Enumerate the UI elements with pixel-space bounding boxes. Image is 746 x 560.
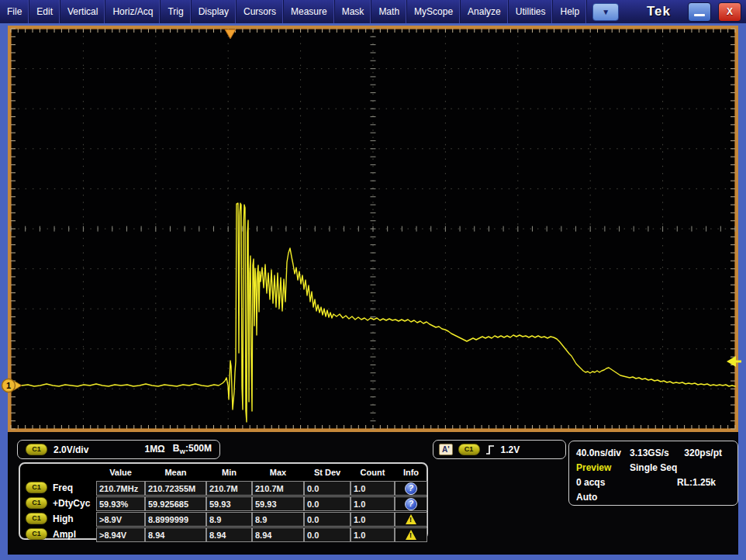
channel1-readout[interactable]: C1 2.0V/div 1MΩ BW:500M <box>17 440 220 459</box>
table-corner <box>21 465 96 480</box>
value-cell: >8.9V <box>96 512 145 527</box>
trigger-mode: Auto <box>576 492 597 503</box>
stdev-cell: 0.0 <box>304 527 351 542</box>
value-cell: >8.94V <box>96 527 145 542</box>
waveform-display[interactable] <box>8 26 738 432</box>
menu-item-file[interactable]: File <box>0 0 29 23</box>
menu-item-utilities[interactable]: Utilities <box>509 0 554 23</box>
record-length: RL:1.25k <box>677 477 716 488</box>
menu-item-trig[interactable]: Trig <box>161 0 191 23</box>
column-header-mean: Mean <box>145 465 206 480</box>
measurement-name: Freq <box>53 482 73 493</box>
menu-item-measure[interactable]: Measure <box>284 0 335 23</box>
menu-item-myscope[interactable]: MyScope <box>407 0 461 23</box>
column-header-st-dev: St Dev <box>304 465 351 480</box>
menu-item-edit[interactable]: Edit <box>29 0 60 23</box>
min-cell: 59.93 <box>206 496 252 511</box>
horizontal-acq-readout[interactable]: 40.0ns/div 3.13GS/s 320ps/pt Preview Sin… <box>568 441 738 506</box>
measurement-label: C1+DtyCyc <box>21 496 96 510</box>
measurement-label: C1Freq <box>21 480 96 495</box>
menu-item-cursors[interactable]: Cursors <box>237 0 284 23</box>
trigger-source-label: A' <box>439 444 453 455</box>
info-cell[interactable]: ? <box>395 481 427 496</box>
tek-logo: Tek <box>647 4 671 19</box>
menu-item-analyze[interactable]: Analyze <box>461 0 509 23</box>
minimize-icon <box>694 14 705 16</box>
value-cell: 210.7MHz <box>96 481 145 496</box>
value-cell: 59.93% <box>96 496 145 511</box>
max-cell: 8.9 <box>252 512 304 527</box>
menu-item-help[interactable]: Help <box>553 0 587 23</box>
info-cell[interactable]: ? <box>395 496 427 511</box>
menu-item-math[interactable]: Math <box>371 0 407 23</box>
menu-item-display[interactable]: Display <box>192 0 237 23</box>
stdev-cell: 0.0 <box>304 496 351 511</box>
resolution: 320ps/pt <box>684 448 722 458</box>
chevron-down-icon: ▼ <box>602 8 610 16</box>
menu-item-horiz-acq[interactable]: Horiz/Acq <box>105 0 161 23</box>
stdev-cell: 0.0 <box>304 512 351 527</box>
acquisition-count: 0 acqs <box>576 477 605 488</box>
rising-edge-icon <box>485 444 496 455</box>
input-settings: 1MΩ BW:500M <box>144 443 212 455</box>
trigger-channel-badge: C1 <box>458 444 480 455</box>
channel-badge: C1 <box>26 482 47 493</box>
mean-cell: 8.8999999 <box>145 512 206 527</box>
column-header-info: Info <box>395 465 427 480</box>
column-header-max: Max <box>252 465 304 480</box>
menu-item-mask[interactable]: Mask <box>335 0 372 23</box>
close-icon: X <box>727 6 733 17</box>
trigger-readout[interactable]: A' C1 1.2V <box>433 440 566 459</box>
mean-cell: 8.94 <box>145 527 206 542</box>
info-cell[interactable]: ! <box>395 512 427 527</box>
question-info-icon[interactable]: ? <box>405 498 417 510</box>
question-info-icon[interactable]: ? <box>405 482 417 495</box>
count-cell: 1.0 <box>351 512 395 527</box>
info-cell[interactable]: ! <box>395 527 427 542</box>
max-cell: 210.7M <box>252 481 304 496</box>
warning-icon[interactable]: ! <box>406 530 416 540</box>
vertical-scale: 2.0V/div <box>54 444 88 455</box>
channel-badge: C1 <box>26 497 47 509</box>
max-cell: 59.93 <box>252 496 304 511</box>
stdev-cell: 0.0 <box>304 481 351 496</box>
column-header-value: Value <box>96 465 145 480</box>
measurement-label: C1High <box>21 511 96 526</box>
count-cell: 1.0 <box>351 496 395 511</box>
sample-rate: 3.13GS/s <box>630 448 669 458</box>
mean-cell: 59.925685 <box>145 496 206 511</box>
menu-item-vertical[interactable]: Vertical <box>60 0 105 23</box>
mean-cell: 210.72355M <box>145 481 206 496</box>
warning-icon[interactable]: ! <box>406 514 416 524</box>
readout-panel: C1 2.0V/div 1MΩ BW:500M A' C1 1.2V 40.0n… <box>8 432 738 555</box>
count-cell: 1.0 <box>351 527 395 542</box>
measurement-table: ValueMeanMinMaxSt DevCountInfoC1Freq210.… <box>19 462 428 540</box>
measurement-name: Ampl <box>53 529 76 540</box>
time-per-div: 40.0ns/div <box>576 448 630 458</box>
trigger-level: 1.2V <box>501 444 520 455</box>
measurement-name: High <box>53 513 74 524</box>
channel-badge: C1 <box>26 528 47 540</box>
count-cell: 1.0 <box>351 481 395 496</box>
min-cell: 8.94 <box>206 527 252 542</box>
menu-overflow-button[interactable]: ▼ <box>592 3 619 21</box>
min-cell: 8.9 <box>206 512 252 527</box>
menu-bar: FileEditVerticalHoriz/AcqTrigDisplayCurs… <box>0 0 746 23</box>
channel1-badge: C1 <box>26 444 47 455</box>
impedance: 1MΩ <box>144 444 164 455</box>
bandwidth: BW:500M <box>173 443 212 455</box>
menu-items: FileEditVerticalHoriz/AcqTrigDisplayCurs… <box>0 0 587 23</box>
max-cell: 8.94 <box>252 527 304 542</box>
preview-status: Preview <box>576 462 630 473</box>
close-button[interactable]: X <box>718 2 741 22</box>
minimize-button[interactable] <box>688 2 711 22</box>
column-header-min: Min <box>206 465 252 480</box>
measurement-name: +DtyCyc <box>53 498 90 509</box>
min-cell: 210.7M <box>206 481 252 496</box>
measurement-grid: ValueMeanMinMaxSt DevCountInfoC1Freq210.… <box>21 465 426 542</box>
measurement-label: C1Ampl <box>21 527 96 541</box>
channel-badge: C1 <box>26 513 47 524</box>
column-header-count: Count <box>351 465 395 480</box>
acquisition-mode: Single Seq <box>630 462 677 473</box>
